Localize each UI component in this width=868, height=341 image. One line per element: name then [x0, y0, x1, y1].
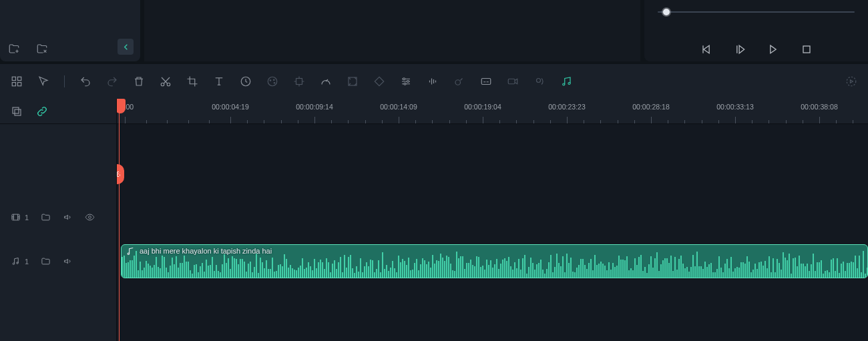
- cut-icon[interactable]: [160, 75, 172, 87]
- mute-icon[interactable]: [63, 212, 73, 222]
- timeline-body[interactable]: 00:0000:00:04:1900:00:09:1400:00:14:0900…: [117, 99, 868, 341]
- render-icon[interactable]: [845, 75, 857, 87]
- music-icon[interactable]: [560, 75, 572, 87]
- svg-point-6: [167, 83, 170, 86]
- video-track-index: 1: [25, 214, 29, 222]
- add-track-icon[interactable]: [11, 105, 23, 117]
- svg-point-10: [274, 79, 275, 81]
- speedometer-icon[interactable]: [320, 75, 332, 87]
- fit-icon[interactable]: [347, 75, 359, 87]
- crop-icon[interactable]: [186, 75, 198, 87]
- audio-track-icon: [11, 256, 21, 266]
- timeline-ruler[interactable]: 00:0000:00:04:1900:00:09:1400:00:14:0900…: [117, 99, 868, 124]
- svg-point-20: [537, 79, 541, 83]
- folder-icon[interactable]: [41, 256, 51, 266]
- svg-rect-26: [12, 214, 19, 220]
- svg-point-22: [568, 83, 570, 85]
- preview-scrubber[interactable]: [658, 8, 855, 16]
- svg-point-8: [268, 77, 277, 86]
- svg-point-21: [563, 83, 565, 85]
- folder-icon[interactable]: [41, 212, 51, 222]
- audio-track-row[interactable]: aaj bhi mere khayalon ki tapish zinda ha…: [117, 243, 868, 280]
- next-frame-button[interactable]: [767, 43, 780, 56]
- speed-icon[interactable]: [240, 75, 252, 87]
- svg-rect-25: [15, 109, 21, 115]
- keyframe-icon[interactable]: [373, 75, 385, 87]
- stop-button[interactable]: [800, 43, 813, 56]
- video-track-row[interactable]: [117, 199, 868, 236]
- prev-frame-button[interactable]: [700, 43, 713, 56]
- delete-icon[interactable]: [133, 75, 145, 87]
- record-icon[interactable]: [507, 75, 519, 87]
- tracks-area: aaj bhi mere khayalon ki tapish zinda ha…: [117, 124, 868, 341]
- transform-icon[interactable]: [293, 75, 305, 87]
- ruler-label: 00:00:14:09: [380, 103, 417, 111]
- ruler-label: 00:00:04:19: [212, 103, 248, 111]
- playhead-marker[interactable]: [117, 99, 126, 113]
- svg-point-27: [89, 216, 91, 219]
- svg-point-16: [404, 83, 406, 85]
- ruler-label: 00:00:23:23: [548, 103, 585, 111]
- ruler-label: 00:00:19:04: [464, 103, 501, 111]
- play-pause-button[interactable]: [733, 43, 746, 56]
- center-panel: [144, 0, 640, 61]
- track-headers-column: 1 1: [0, 99, 117, 341]
- voiceover-icon[interactable]: [533, 75, 546, 87]
- preview-panel: [644, 0, 868, 61]
- redo-icon[interactable]: [106, 75, 118, 87]
- svg-point-29: [17, 262, 19, 264]
- ruler-label: 00:00:38:08: [801, 103, 837, 111]
- audio-levels-icon[interactable]: [427, 75, 439, 87]
- ruler-label: 00:00:33:13: [716, 103, 753, 111]
- svg-point-14: [403, 78, 405, 80]
- timeline: 1 1 00:0000:00:04:1900:00:09:1400:00:14:…: [0, 99, 868, 341]
- remove-folder-icon[interactable]: [36, 43, 48, 55]
- grid-view-icon[interactable]: [11, 75, 23, 87]
- svg-point-23: [847, 77, 856, 86]
- media-bin-panel: [0, 0, 140, 61]
- svg-point-17: [455, 80, 461, 85]
- undo-icon[interactable]: [79, 75, 91, 87]
- svg-point-11: [274, 83, 275, 84]
- svg-rect-2: [18, 77, 21, 80]
- svg-point-28: [13, 263, 15, 265]
- link-tracks-icon[interactable]: [36, 105, 48, 117]
- svg-rect-18: [481, 79, 491, 85]
- video-track-header: 1: [0, 199, 116, 236]
- music-note-icon: [126, 246, 136, 256]
- timeline-toolbar: [0, 64, 868, 99]
- svg-point-9: [270, 80, 271, 81]
- svg-rect-0: [803, 46, 810, 53]
- svg-rect-19: [508, 79, 515, 84]
- top-panels: [0, 0, 868, 61]
- adjustments-icon[interactable]: [400, 75, 412, 87]
- svg-point-30: [128, 253, 130, 255]
- chevron-left-icon: [121, 42, 131, 52]
- playhead-knob[interactable]: 6: [117, 164, 124, 184]
- audio-track-header: 1: [0, 243, 116, 280]
- ruler-label: 00:00:28:18: [632, 103, 669, 111]
- audio-clip-title: aaj bhi mere khayalon ki tapish zinda ha…: [140, 247, 272, 255]
- svg-point-5: [161, 83, 164, 86]
- svg-rect-24: [13, 107, 19, 113]
- text-tool-icon[interactable]: [213, 75, 225, 87]
- video-track-icon: [11, 212, 21, 222]
- playhead-line: [119, 99, 120, 341]
- visibility-icon[interactable]: [85, 212, 95, 222]
- audio-track-index: 1: [25, 258, 29, 266]
- ruler-label: 00:00:09:14: [296, 103, 333, 111]
- mute-icon[interactable]: [63, 256, 73, 266]
- toolbar-separator: [64, 75, 65, 87]
- svg-rect-1: [12, 77, 15, 80]
- svg-rect-12: [296, 79, 302, 85]
- collapse-panel-button[interactable]: [118, 39, 134, 55]
- subtitle-icon[interactable]: [480, 75, 492, 87]
- selection-tool-icon[interactable]: [37, 75, 49, 87]
- audio-effects-icon[interactable]: [453, 75, 465, 87]
- color-icon[interactable]: [266, 75, 278, 87]
- audio-clip[interactable]: aaj bhi mere khayalon ki tapish zinda ha…: [121, 244, 868, 278]
- add-folder-icon[interactable]: [8, 43, 20, 55]
- svg-rect-3: [12, 83, 15, 86]
- svg-point-15: [407, 81, 409, 83]
- preview-scrub-thumb[interactable]: [663, 9, 670, 15]
